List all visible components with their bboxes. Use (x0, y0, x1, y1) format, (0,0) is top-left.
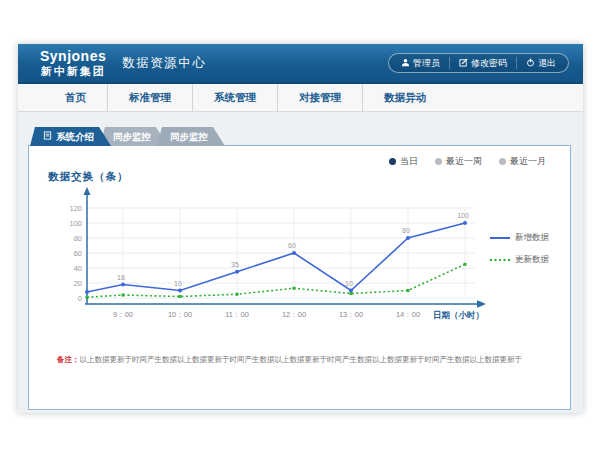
user-menu-label: 修改密码 (471, 57, 507, 70)
page-title: 数据资源中心 (122, 55, 206, 72)
power-icon (526, 58, 535, 69)
legend-item-1[interactable]: 更新数据 (490, 254, 549, 266)
nav-item-2[interactable]: 系统管理 (192, 84, 277, 111)
footnote-text: 以上数据更新于时间产生数据以上数据更新于时间产生数据以上数据更新于时间产生数据以… (80, 355, 523, 364)
logo-company-name: 新中新集团 (40, 65, 106, 77)
app-window: Synjones 新中新集团 数据资源中心 管理员修改密码退出 首页标准管理系统… (18, 44, 583, 413)
tab-label: 系统介绍 (56, 127, 94, 146)
tab-bar: 系统介绍同步监控同步监控 (30, 127, 225, 146)
legend-item-0[interactable]: 新增数据 (490, 232, 549, 244)
svg-text:100: 100 (69, 219, 82, 228)
footnote: 备注：以上数据更新于时间产生数据以上数据更新于时间产生数据以上数据更新于时间产生… (57, 355, 562, 365)
range-option-1[interactable]: 最近一周 (435, 155, 482, 168)
tab-0[interactable]: 系统介绍 (30, 127, 111, 146)
header-bar: Synjones 新中新集团 数据资源中心 管理员修改密码退出 (18, 44, 583, 84)
svg-text:20: 20 (74, 279, 82, 288)
svg-text:14：00: 14：00 (396, 310, 420, 319)
svg-text:80: 80 (402, 227, 410, 234)
content-panel: 当日最近一周最近一月 数据交换（条） 0204060801001209：0010… (28, 145, 571, 410)
range-option-2[interactable]: 最近一月 (499, 155, 546, 168)
svg-text:10：00: 10：00 (168, 310, 192, 319)
user-icon (401, 58, 410, 69)
legend-label: 更新数据 (515, 254, 549, 266)
nav-item-3[interactable]: 对接管理 (277, 84, 362, 111)
svg-text:60: 60 (288, 242, 296, 249)
radio-dot (435, 158, 442, 165)
time-range-options: 当日最近一周最近一月 (389, 155, 546, 168)
range-option-label: 当日 (400, 155, 418, 168)
svg-text:9：00: 9：00 (113, 310, 133, 319)
range-option-0[interactable]: 当日 (389, 155, 418, 168)
legend-line-sample (490, 233, 510, 243)
user-menu-label: 退出 (538, 57, 556, 70)
svg-text:100: 100 (457, 212, 469, 219)
user-menu-item-0[interactable]: 管理员 (392, 57, 449, 69)
nav-item-0[interactable]: 首页 (44, 84, 107, 111)
user-menu-item-1[interactable]: 修改密码 (449, 57, 516, 69)
radio-dot (389, 158, 396, 165)
user-menu: 管理员修改密码退出 (388, 53, 569, 73)
user-menu-label: 管理员 (413, 57, 440, 70)
range-option-label: 最近一周 (446, 155, 482, 168)
tab-label: 同步监控 (170, 127, 208, 146)
svg-text:120: 120 (69, 204, 82, 213)
nav-item-1[interactable]: 标准管理 (107, 84, 192, 111)
svg-text:日期（小时）: 日期（小时） (433, 310, 484, 320)
svg-text:11：00: 11：00 (225, 310, 249, 319)
radio-dot (499, 158, 506, 165)
main-nav: 首页标准管理系统管理对接管理数据异动 (18, 84, 583, 112)
svg-text:13：00: 13：00 (339, 310, 363, 319)
legend-line-sample (490, 255, 510, 265)
tab-2[interactable]: 同步监控 (157, 127, 225, 146)
range-option-label: 最近一月 (510, 155, 546, 168)
tab-label: 同步监控 (113, 127, 151, 146)
svg-text:35: 35 (231, 261, 239, 268)
footnote-label: 备注： (57, 355, 80, 364)
line-chart: 0204060801001209：0010：0011：0012：0013：001… (47, 186, 507, 326)
chart-y-axis-title: 数据交换（条） (48, 170, 129, 184)
svg-text:0: 0 (78, 294, 82, 303)
svg-text:40: 40 (74, 264, 82, 273)
legend-label: 新增数据 (515, 232, 549, 244)
user-menu-item-2[interactable]: 退出 (516, 57, 565, 69)
svg-text:12：00: 12：00 (282, 310, 306, 319)
svg-text:18: 18 (117, 274, 125, 281)
company-logo: Synjones 新中新集团 (40, 49, 106, 76)
logo-brand-text: Synjones (40, 49, 106, 64)
chart-legend: 新增数据更新数据 (490, 232, 549, 276)
nav-item-4[interactable]: 数据异动 (362, 84, 447, 111)
svg-text:10: 10 (174, 280, 182, 287)
svg-text:10: 10 (345, 280, 353, 287)
svg-text:80: 80 (74, 234, 82, 243)
doc-icon (43, 127, 52, 146)
edit-icon (459, 58, 468, 69)
svg-text:60: 60 (74, 249, 82, 258)
